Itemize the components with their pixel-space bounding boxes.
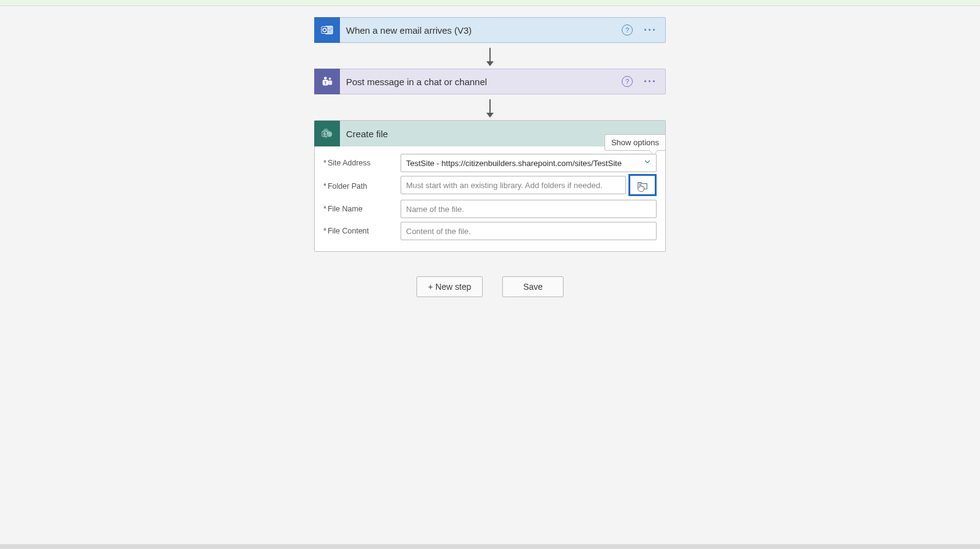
label-file-content: *File Content xyxy=(323,227,401,235)
bottom-buttons: + New step Save xyxy=(314,276,666,297)
show-options-tooltip[interactable]: Show options xyxy=(605,134,666,151)
svg-text:S: S xyxy=(323,132,326,136)
folder-picker-button[interactable] xyxy=(628,174,657,196)
sharepoint-card-header[interactable]: S Create file Show options xyxy=(315,121,665,146)
svg-point-3 xyxy=(329,78,331,80)
footer-strip xyxy=(0,544,980,549)
file-name-input[interactable] xyxy=(401,200,657,218)
flow-arrow-icon xyxy=(489,99,491,114)
ellipsis-icon[interactable]: ··· xyxy=(644,76,657,87)
flow-canvas: When a new email arrives (V3) ? ··· T Po… xyxy=(0,6,980,297)
svg-rect-1 xyxy=(322,27,328,34)
row-folder-path: *Folder Path xyxy=(323,176,657,196)
file-name-wrap xyxy=(401,200,657,218)
row-file-content: *File Content xyxy=(323,222,657,240)
label-folder-path: *Folder Path xyxy=(323,182,401,191)
save-button[interactable]: Save xyxy=(502,276,564,297)
top-green-bar xyxy=(0,0,980,6)
file-content-wrap xyxy=(401,222,657,240)
outlook-icon xyxy=(314,17,340,43)
teams-icon: T xyxy=(314,69,340,94)
svg-point-5 xyxy=(324,77,327,80)
teams-card-title: Post message in a chat or channel xyxy=(340,77,622,87)
sharepoint-form: *Site Address *Folder Path xyxy=(315,146,665,251)
action-sharepoint-card: S Create file Show options *Site Address xyxy=(314,120,666,252)
teams-card-controls: ? ··· xyxy=(622,76,665,87)
help-icon[interactable]: ? xyxy=(622,76,633,87)
file-content-input[interactable] xyxy=(401,222,657,240)
label-site-address: *Site Address xyxy=(323,159,401,167)
svg-rect-4 xyxy=(328,80,332,85)
outlook-card-controls: ? ··· xyxy=(622,25,665,36)
site-address-select-wrap xyxy=(401,154,657,172)
outlook-card-title: When a new email arrives (V3) xyxy=(340,25,622,36)
folder-path-input[interactable] xyxy=(401,176,626,194)
flow-arrow-icon xyxy=(489,48,491,62)
flow-column: When a new email arrives (V3) ? ··· T Po… xyxy=(314,17,666,297)
site-address-input[interactable] xyxy=(401,154,657,172)
svg-text:T: T xyxy=(324,80,327,86)
trigger-outlook-card[interactable]: When a new email arrives (V3) ? ··· xyxy=(314,17,666,43)
help-icon[interactable]: ? xyxy=(622,25,633,36)
new-step-button[interactable]: + New step xyxy=(417,276,483,297)
sharepoint-icon: S xyxy=(314,121,340,146)
ellipsis-icon[interactable]: ··· xyxy=(644,25,657,36)
row-site-address: *Site Address xyxy=(323,154,657,172)
folder-icon xyxy=(636,180,649,190)
label-file-name: *File Name xyxy=(323,205,401,213)
folder-path-wrap xyxy=(401,176,657,196)
row-file-name: *File Name xyxy=(323,200,657,218)
action-teams-card[interactable]: T Post message in a chat or channel ? ··… xyxy=(314,69,666,94)
